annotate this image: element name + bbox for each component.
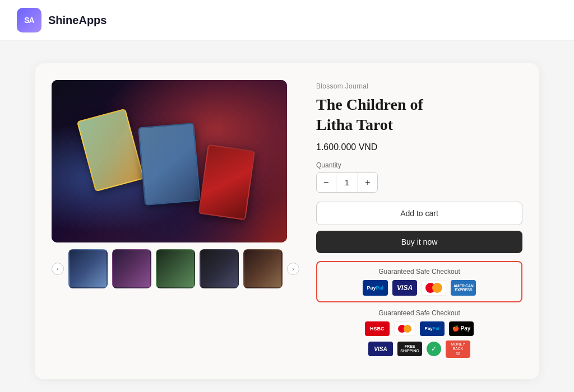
amex-icon: AMERICANEXPRESS — [451, 280, 476, 296]
mastercard-2-icon — [394, 321, 415, 336]
product-price: 1.600.000 VND — [316, 142, 522, 152]
hsbc-icon: HSBC — [365, 321, 390, 336]
brand-label: Blossom Journal — [316, 82, 522, 90]
free-shipping-icon: FREESHIPPING — [397, 342, 422, 356]
tarot-card-3 — [198, 144, 256, 221]
thumbnails-row — [68, 249, 283, 288]
thumbnail-1[interactable] — [68, 249, 108, 288]
payment-icons-row-1: PayPal VISA AMERICANEXPRESS — [325, 280, 513, 296]
trusted-row-1: HSBC PayPal 🍎 Pay — [316, 321, 522, 336]
product-title: The Children of Litha Tarot — [316, 95, 522, 136]
quantity-control: − 1 + — [316, 172, 378, 193]
thumbnail-4[interactable] — [200, 249, 239, 288]
money-back-icon: MONEYBACK30 — [446, 340, 470, 358]
apple-pay-icon: 🍎 Pay — [449, 321, 474, 336]
thumbnails-container: ‹ › — [52, 249, 299, 288]
main-product-image — [52, 80, 287, 242]
checkout-title-1: Guaranteed Safe Checkout — [325, 268, 513, 276]
mastercard-icon — [422, 280, 446, 296]
quantity-decrease-button[interactable]: − — [317, 173, 336, 192]
thumbnail-5[interactable] — [243, 249, 283, 288]
header: SA ShineApps — [0, 0, 574, 41]
product-card: ‹ › Blossom Journal The Children of L — [35, 63, 539, 379]
quantity-label: Quantity — [316, 161, 522, 169]
brand-name: ShineApps — [48, 14, 107, 27]
verified-icon: ✓ — [427, 342, 441, 356]
logo-icon: SA — [17, 8, 41, 32]
quantity-value: 1 — [336, 173, 358, 192]
thumbnail-2[interactable] — [112, 249, 151, 288]
thumbnail-3[interactable] — [156, 249, 195, 288]
trusted-checkout-box: Guaranteed Safe Checkout HSBC PayPal 🍎 P… — [316, 309, 522, 358]
visa-icon: VISA — [392, 280, 417, 296]
visa-2-icon: VISA — [368, 342, 393, 356]
left-panel: ‹ › — [52, 80, 299, 362]
paypal-icon: PayPal — [363, 280, 388, 296]
main-content: ‹ › Blossom Journal The Children of L — [0, 41, 574, 392]
mc2-yellow-circle — [404, 325, 411, 333]
trusted-row-2: VISA FREESHIPPING ✓ MONEYBACK30 — [316, 340, 522, 358]
prev-thumbnail-arrow[interactable]: ‹ — [52, 263, 64, 275]
add-to-cart-button[interactable]: Add to cart — [316, 202, 522, 225]
buy-now-button[interactable]: Buy it now — [316, 231, 522, 253]
next-thumbnail-arrow[interactable]: › — [287, 263, 299, 275]
tarot-card-2 — [138, 123, 201, 206]
mc-yellow-circle — [432, 283, 442, 293]
paypal-2-icon: PayPal — [420, 321, 445, 336]
quantity-increase-button[interactable]: + — [358, 173, 377, 192]
checkout-title-2: Guaranteed Safe Checkout — [316, 309, 522, 317]
guaranteed-checkout-box: Guaranteed Safe Checkout PayPal VISA AME… — [316, 261, 522, 302]
right-panel: Blossom Journal The Children of Litha Ta… — [316, 80, 522, 362]
